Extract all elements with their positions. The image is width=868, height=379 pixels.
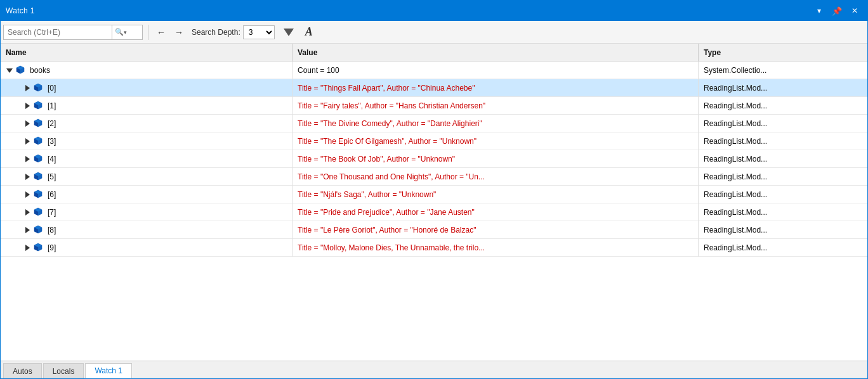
name-cell: [2] — [1, 115, 293, 132]
expand-arrow[interactable] — [23, 102, 31, 110]
type-cell: ReadingList.Mod... — [699, 221, 867, 239]
variable-name: [6] — [48, 190, 56, 199]
title-bar-controls: ▾ 📌 ✕ — [812, 3, 862, 18]
search-input[interactable] — [4, 28, 112, 37]
cube-icon — [34, 154, 43, 165]
title-bar-text: Watch 1 — [6, 6, 812, 15]
type-cell: ReadingList.Mod... — [699, 150, 867, 168]
watch-window: Watch 1 ▾ 📌 ✕ 🔍 ▾ ← → Search Depth: 1 2 … — [0, 0, 868, 379]
cube-icon — [34, 136, 43, 147]
tab-watch-1[interactable]: Watch 1 — [85, 363, 132, 378]
variable-name: [8] — [48, 226, 56, 234]
font-icon: A — [305, 25, 313, 39]
search-options-button[interactable]: 🔍 ▾ — [112, 25, 129, 39]
expand-arrow[interactable] — [23, 244, 31, 252]
filter-button[interactable] — [280, 24, 298, 41]
value-cell: Title = "The Book Of Job", Author = "Unk… — [293, 150, 699, 168]
table-row[interactable]: [6]Title = "Njál's Saga", Author = "Unkn… — [1, 186, 867, 203]
type-cell: ReadingList.Mod... — [699, 168, 867, 186]
column-header-value: Value — [293, 44, 699, 61]
table-container: Name Value Type booksCount = 100System.C… — [1, 44, 867, 361]
table-row[interactable]: [8]Title = "Le Père Goriot", Author = "H… — [1, 221, 867, 239]
title-bar: Watch 1 ▾ 📌 ✕ — [1, 1, 867, 21]
name-cell: [3] — [1, 132, 293, 150]
bottom-tabs: AutosLocalsWatch 1 — [1, 361, 867, 378]
expand-collapse-arrow[interactable] — [6, 67, 13, 74]
variable-name: [3] — [48, 137, 56, 146]
table-header: Name Value Type — [1, 44, 867, 61]
value-cell: Title = "The Divine Comedy", Author = "D… — [293, 115, 699, 132]
expand-arrow[interactable] — [23, 138, 31, 145]
expand-arrow[interactable] — [23, 173, 31, 181]
value-cell: Title = "Pride and Prejudice", Author = … — [293, 203, 699, 221]
variable-name: [1] — [48, 101, 56, 110]
table-row[interactable]: [7]Title = "Pride and Prejudice", Author… — [1, 203, 867, 221]
expand-arrow[interactable] — [23, 155, 31, 163]
search-dropdown-arrow: ▾ — [124, 29, 127, 35]
table-row[interactable]: booksCount = 100System.Collectio... — [1, 61, 867, 79]
table-row[interactable]: [3]Title = "The Epic Of Gilgamesh", Auth… — [1, 132, 867, 150]
forward-button[interactable]: → — [171, 25, 187, 40]
expand-arrow[interactable] — [23, 209, 31, 216]
search-depth-label: Search Depth: — [192, 28, 240, 37]
name-cell: [6] — [1, 186, 293, 203]
name-cell: [4] — [1, 150, 293, 168]
toolbar: 🔍 ▾ ← → Search Depth: 1 2 3 4 5 A — [1, 21, 867, 44]
tab-locals[interactable]: Locals — [43, 363, 84, 378]
value-cell: Title = "The Epic Of Gilgamesh", Author … — [293, 132, 699, 150]
cube-icon — [34, 207, 43, 218]
cube-icon — [16, 65, 25, 76]
name-cell: [9] — [1, 239, 293, 257]
name-cell: [8] — [1, 221, 293, 239]
name-cell: [7] — [1, 203, 293, 221]
table-row[interactable]: [0]Title = "Things Fall Apart", Author =… — [1, 79, 867, 97]
value-cell: Title = "One Thousand and One Nights", A… — [293, 168, 699, 186]
variable-name: [2] — [48, 119, 56, 128]
back-button[interactable]: ← — [154, 25, 169, 40]
variable-name: books — [30, 66, 50, 75]
pin-button[interactable]: 📌 — [829, 3, 845, 18]
value-cell: Title = "Njál's Saga", Author = "Unknown… — [293, 186, 699, 203]
expand-arrow[interactable] — [23, 84, 31, 92]
table-row[interactable]: [1]Title = "Fairy tales", Author = "Hans… — [1, 97, 867, 115]
font-button[interactable]: A — [300, 24, 318, 41]
value-cell: Count = 100 — [293, 61, 699, 79]
name-cell: [1] — [1, 97, 293, 115]
variable-name: [5] — [48, 172, 56, 181]
depth-select[interactable]: 1 2 3 4 5 — [243, 25, 275, 39]
type-cell: System.Collectio... — [699, 61, 867, 79]
name-cell: [0] — [1, 79, 293, 97]
pin-icon: 📌 — [832, 6, 842, 16]
name-cell: [5] — [1, 168, 293, 186]
table-row[interactable]: [2]Title = "The Divine Comedy", Author =… — [1, 115, 867, 132]
value-cell: Title = "Things Fall Apart", Author = "C… — [293, 79, 699, 97]
type-cell: ReadingList.Mod... — [699, 79, 867, 97]
cube-icon — [34, 243, 43, 254]
table-row[interactable]: [5]Title = "One Thousand and One Nights"… — [1, 168, 867, 186]
table-row[interactable]: [9]Title = "Molloy, Malone Dies, The Unn… — [1, 239, 867, 257]
table-row[interactable]: [4]Title = "The Book Of Job", Author = "… — [1, 150, 867, 168]
variable-name: [4] — [48, 155, 56, 164]
type-cell: ReadingList.Mod... — [699, 115, 867, 132]
cube-icon — [34, 172, 43, 183]
type-cell: ReadingList.Mod... — [699, 186, 867, 203]
column-header-type: Type — [699, 44, 857, 61]
name-cell: books — [1, 61, 293, 79]
variable-name: [9] — [48, 243, 56, 252]
dropdown-button[interactable]: ▾ — [812, 3, 827, 18]
expand-arrow[interactable] — [23, 191, 31, 198]
expand-arrow[interactable] — [23, 226, 31, 234]
column-header-name: Name — [1, 44, 293, 61]
close-button[interactable]: ✕ — [847, 3, 862, 18]
cube-icon — [34, 83, 43, 94]
type-cell: ReadingList.Mod... — [699, 239, 867, 257]
table-body: booksCount = 100System.Collectio... [0]T… — [1, 61, 867, 361]
value-cell: Title = "Le Père Goriot", Author = "Hono… — [293, 221, 699, 239]
value-cell: Title = "Fairy tales", Author = "Hans Ch… — [293, 97, 699, 115]
filter-icon — [284, 29, 294, 36]
tab-autos[interactable]: Autos — [3, 363, 42, 378]
cube-icon — [34, 190, 43, 200]
cube-icon — [34, 225, 43, 236]
expand-arrow[interactable] — [23, 120, 31, 127]
search-icon: 🔍 — [115, 28, 124, 36]
